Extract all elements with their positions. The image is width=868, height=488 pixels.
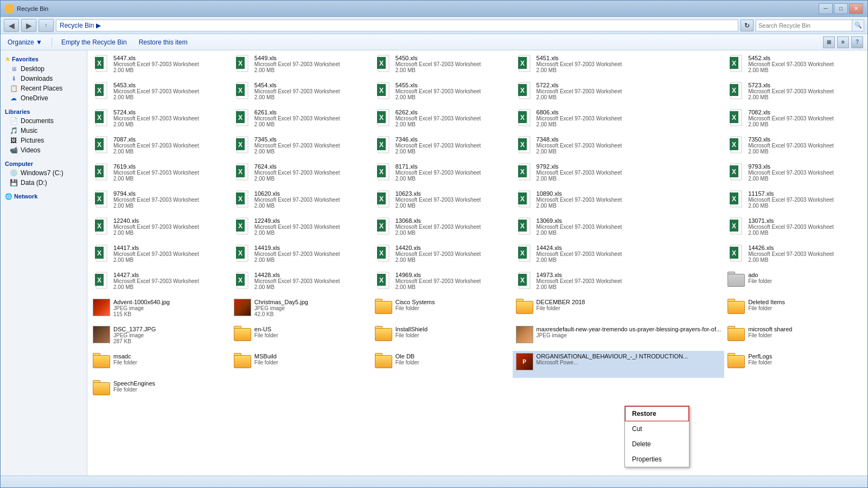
file-item[interactable]: X 5452.xls Microsoft Excel 97-2003 Works…: [724, 53, 865, 80]
view-options-button[interactable]: ⊞: [823, 36, 835, 48]
sidebar-item-pictures[interactable]: 🖼 Pictures: [1, 136, 87, 145]
file-item[interactable]: X 5723.xls Microsoft Excel 97-2003 Works…: [724, 80, 865, 107]
help-button[interactable]: ?: [851, 36, 863, 48]
file-size: 2.00 MB: [537, 176, 722, 182]
file-item[interactable]: X 14417.xls Microsoft Excel 97-2003 Work…: [90, 242, 231, 269]
breadcrumb[interactable]: Recycle Bin ▶: [56, 20, 738, 31]
back-button[interactable]: ◀: [4, 19, 19, 32]
file-item[interactable]: SpeechEngines File folder: [90, 378, 231, 405]
sidebar-item-music[interactable]: 🎵 Music: [1, 126, 87, 136]
file-item[interactable]: Advent-1000x640.jpg JPEG image 115 KB: [90, 297, 231, 324]
file-item[interactable]: InstallShield File folder: [372, 324, 513, 351]
search-input[interactable]: [756, 22, 852, 29]
context-menu-restore[interactable]: Restore: [625, 406, 689, 421]
libraries-header[interactable]: Libraries: [1, 106, 87, 116]
close-button[interactable]: ✕: [849, 3, 863, 14]
file-item[interactable]: DSC_1377.JPG JPEG image 287 KB: [90, 324, 231, 351]
file-item[interactable]: X 14969.xls Microsoft Excel 97-2003 Work…: [372, 269, 513, 297]
sidebar-item-windows7[interactable]: 💿 Windows7 (C:): [1, 168, 87, 178]
file-item[interactable]: X 12249.xls Microsoft Excel 97-2003 Work…: [231, 215, 372, 242]
file-item[interactable]: X 5455.xls Microsoft Excel 97-2003 Works…: [372, 80, 513, 107]
excel-icon: X: [375, 109, 392, 126]
sidebar-item-desktop[interactable]: 🖥 Desktop: [1, 64, 87, 74]
excel-icon: X: [727, 245, 745, 262]
file-item[interactable]: PerfLogs File folder: [724, 351, 865, 378]
excel-icon: X: [234, 82, 251, 99]
file-item[interactable]: X 10620.xls Microsoft Excel 97-2003 Work…: [231, 188, 372, 215]
file-item[interactable]: Deleted Items File folder: [724, 297, 865, 324]
sidebar-item-downloads[interactable]: ⬇ Downloads: [1, 74, 87, 84]
file-item[interactable]: X 14424.xls Microsoft Excel 97-2003 Work…: [513, 242, 725, 269]
file-item[interactable]: X 5449.xls Microsoft Excel 97-2003 Works…: [231, 53, 372, 80]
file-item[interactable]: X 5451.xls Microsoft Excel 97-2003 Works…: [513, 53, 725, 80]
file-item[interactable]: msadc File folder: [90, 351, 231, 378]
file-item[interactable]: X 9794.xls Microsoft Excel 97-2003 Works…: [90, 188, 231, 215]
file-item[interactable]: X 5724.xls Microsoft Excel 97-2003 Works…: [90, 107, 231, 134]
file-item[interactable]: MSBuild File folder: [231, 351, 372, 378]
file-item[interactable]: X 7087.xls Microsoft Excel 97-2003 Works…: [90, 134, 231, 161]
file-item[interactable]: en-US File folder: [231, 324, 372, 351]
up-button[interactable]: ↑: [39, 19, 54, 32]
sidebar-item-recent[interactable]: 📋 Recent Places: [1, 84, 87, 93]
file-item[interactable]: X 14427.xls Microsoft Excel 97-2003 Work…: [90, 269, 231, 297]
file-item[interactable]: X 14428.xls Microsoft Excel 97-2003 Work…: [231, 269, 372, 297]
file-item[interactable]: X 11157.xls Microsoft Excel 97-2003 Work…: [724, 188, 865, 215]
file-item[interactable]: X 12240.xls Microsoft Excel 97-2003 Work…: [90, 215, 231, 242]
file-item[interactable]: X 10890.xls Microsoft Excel 97-2003 Work…: [513, 188, 725, 215]
network-header[interactable]: 🌐 Network: [1, 191, 87, 201]
organize-button[interactable]: Organize ▼: [5, 37, 45, 48]
file-item[interactable]: X 7348.xls Microsoft Excel 97-2003 Works…: [513, 134, 725, 161]
refresh-button[interactable]: ↻: [741, 20, 754, 31]
file-item[interactable]: X 6261.xls Microsoft Excel 97-2003 Works…: [231, 107, 372, 134]
file-item[interactable]: X 7624.xls Microsoft Excel 97-2003 Works…: [231, 161, 372, 188]
file-item[interactable]: X 7619.xls Microsoft Excel 97-2003 Works…: [90, 161, 231, 188]
empty-recycle-button[interactable]: Empty the Recycle Bin: [59, 37, 130, 48]
file-item[interactable]: X 6262.xls Microsoft Excel 97-2003 Works…: [372, 107, 513, 134]
file-item[interactable]: microsoft shared File folder: [724, 324, 865, 351]
content-area[interactable]: X 5447.xls Microsoft Excel 97-2003 Works…: [87, 50, 867, 476]
file-item[interactable]: X 7350.xls Microsoft Excel 97-2003 Works…: [724, 134, 865, 161]
file-item[interactable]: X 13068.xls Microsoft Excel 97-2003 Work…: [372, 215, 513, 242]
file-item[interactable]: X 5722.xls Microsoft Excel 97-2003 Works…: [513, 80, 725, 107]
file-item[interactable]: X 14973.xls Microsoft Excel 97-2003 Work…: [513, 269, 725, 297]
context-menu-cut[interactable]: Cut: [625, 421, 689, 436]
file-item[interactable]: X 14420.xls Microsoft Excel 97-2003 Work…: [372, 242, 513, 269]
computer-header[interactable]: Computer: [1, 158, 87, 168]
file-item[interactable]: X 7082.xls Microsoft Excel 97-2003 Works…: [724, 107, 865, 134]
file-item[interactable]: Christmas_Day5.jpg JPEG image 42.0 KB: [231, 297, 372, 324]
file-item[interactable]: X 7345.xls Microsoft Excel 97-2003 Works…: [231, 134, 372, 161]
file-item[interactable]: X 5453.xls Microsoft Excel 97-2003 Works…: [90, 80, 231, 107]
view-list-button[interactable]: ≡: [837, 36, 849, 48]
file-item[interactable]: Ole DB File folder: [372, 351, 513, 378]
favorites-header[interactable]: ★ Favorites: [1, 54, 87, 64]
file-item[interactable]: P ORGANISATIONAL_BEHAVIOUR_-_I NTRODUCTI…: [513, 351, 725, 378]
context-menu-delete[interactable]: Delete: [625, 436, 689, 452]
file-item[interactable]: Cisco Systems File folder: [372, 297, 513, 324]
file-item[interactable]: X 13071.xls Microsoft Excel 97-2003 Work…: [724, 215, 865, 242]
context-menu-properties[interactable]: Properties: [625, 452, 689, 467]
file-item[interactable]: ado File folder: [724, 269, 865, 297]
file-item[interactable]: X 14426.xls Microsoft Excel 97-2003 Work…: [724, 242, 865, 269]
file-item[interactable]: X 8171.xls Microsoft Excel 97-2003 Works…: [372, 161, 513, 188]
file-item[interactable]: X 7346.xls Microsoft Excel 97-2003 Works…: [372, 134, 513, 161]
sidebar-item-data[interactable]: 💾 Data (D:): [1, 178, 87, 188]
file-item[interactable]: X 5454.xls Microsoft Excel 97-2003 Works…: [231, 80, 372, 107]
file-item[interactable]: X 14419.xls Microsoft Excel 97-2003 Work…: [231, 242, 372, 269]
maximize-button[interactable]: □: [834, 3, 848, 14]
file-item[interactable]: DECEMBER 2018 File folder: [513, 297, 725, 324]
file-item[interactable]: X 6806.xls Microsoft Excel 97-2003 Works…: [513, 107, 725, 134]
file-item[interactable]: X 10623.xls Microsoft Excel 97-2003 Work…: [372, 188, 513, 215]
file-item[interactable]: X 5447.xls Microsoft Excel 97-2003 Works…: [90, 53, 231, 80]
sidebar-item-documents[interactable]: 📄 Documents: [1, 116, 87, 126]
restore-item-button[interactable]: Restore this item: [136, 37, 190, 48]
sidebar-item-onedrive[interactable]: ☁ OneDrive: [1, 93, 87, 103]
file-item[interactable]: X 9792.xls Microsoft Excel 97-2003 Works…: [513, 161, 725, 188]
minimize-button[interactable]: ─: [819, 3, 833, 14]
search-icon[interactable]: 🔍: [852, 20, 864, 31]
file-item[interactable]: X 5450.xls Microsoft Excel 97-2003 Works…: [372, 53, 513, 80]
file-item[interactable]: X 9793.xls Microsoft Excel 97-2003 Works…: [724, 161, 865, 188]
sidebar-item-videos[interactable]: 📹 Videos: [1, 145, 87, 155]
file-item[interactable]: X 13069.xls Microsoft Excel 97-2003 Work…: [513, 215, 725, 242]
forward-button[interactable]: ▶: [21, 19, 36, 32]
file-item[interactable]: maxresdefault-new-year-tremendo us-praye…: [513, 324, 725, 351]
